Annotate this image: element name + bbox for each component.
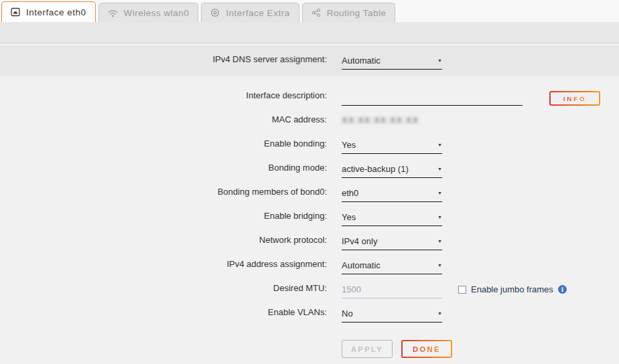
form-row-bridging: Enable bridging: Yes <box>0 202 619 226</box>
done-button[interactable]: DONE <box>401 340 452 358</box>
mtu-label: Desired MTU: <box>0 283 327 298</box>
mac-value-redacted: XX:XX:XX:XX:XX <box>342 115 419 130</box>
chevron-down-icon <box>437 191 442 195</box>
bridging-value: Yes <box>342 212 356 222</box>
vlans-label: Enable VLANs: <box>0 307 327 323</box>
chevron-down-icon <box>437 239 442 244</box>
chevron-down-icon <box>437 58 442 63</box>
description-label: Interface description: <box>0 90 327 106</box>
tab-label: Routing Table <box>327 8 387 18</box>
routing-icon <box>312 8 321 17</box>
form-row-bond-members: Bonding members of bond0: eth0 <box>0 178 619 202</box>
dns-assignment-value: Automatic <box>342 56 381 66</box>
chevron-down-icon <box>437 215 442 219</box>
bonding-value: Yes <box>342 140 356 150</box>
form-row-mtu: Desired MTU: Enable jumbo frames i <box>0 274 619 298</box>
form-row-description: Interface description: INFO <box>0 82 619 106</box>
tab-label: Interface eth0 <box>26 7 86 17</box>
bond-members-value: eth0 <box>342 188 358 198</box>
description-input[interactable] <box>342 92 523 106</box>
ipv4-assignment-label: IPv4 address assignment: <box>0 259 327 274</box>
bonding-mode-select[interactable]: active-backup (1) <box>342 164 442 178</box>
chevron-down-icon <box>437 167 442 171</box>
dns-assignment-band: IPv4 DNS server assignment: Automatic <box>0 46 619 76</box>
info-button[interactable]: INFO <box>549 91 600 106</box>
action-buttons: APPLY DONE <box>342 340 619 358</box>
chevron-down-icon <box>437 143 442 147</box>
mac-label: MAC address: <box>0 114 327 130</box>
done-button-label: DONE <box>413 345 441 353</box>
tab-interface-extra[interactable]: Interface Extra <box>201 3 299 22</box>
dns-assignment-select[interactable]: Automatic <box>342 56 442 70</box>
protocol-value: IPv4 only <box>342 236 377 246</box>
form-row-vlans: Enable VLANs: No <box>0 298 619 323</box>
bonding-label: Enable bonding: <box>0 139 327 154</box>
form-row-ipv4-assignment: IPv4 address assignment: Automatic <box>0 250 619 274</box>
form-row-protocol: Network protocol: IPv4 only <box>0 226 619 250</box>
bridging-label: Enable bridging: <box>0 211 327 226</box>
info-button-label: INFO <box>563 95 587 102</box>
tab-label: Interface Extra <box>226 8 289 18</box>
bond-members-select[interactable]: eth0 <box>342 188 442 202</box>
form-row-mac: MAC address: XX:XX:XX:XX:XX <box>0 106 619 130</box>
bonding-mode-value: active-backup (1) <box>342 164 409 174</box>
interface-settings-panel: Interface description: INFO MAC address:… <box>0 76 619 364</box>
tab-wireless-wlan0[interactable]: Wireless wlan0 <box>98 3 199 22</box>
bond-members-label: Bonding members of bond0: <box>0 187 327 202</box>
protocol-select[interactable]: IPv4 only <box>342 236 442 250</box>
jumbo-frames-label: Enable jumbo frames <box>471 284 553 294</box>
form-row-bonding: Enable bonding: Yes <box>0 130 619 154</box>
info-circle-icon[interactable]: i <box>558 285 567 294</box>
vlans-value: No <box>342 308 353 318</box>
bridging-select[interactable]: Yes <box>342 212 442 226</box>
ipv4-assignment-value: Automatic <box>342 260 381 270</box>
bonding-select[interactable]: Yes <box>342 140 442 154</box>
ethernet-icon <box>11 7 20 17</box>
tab-bar: Interface eth0 Wireless wlan0 Interface … <box>0 0 619 22</box>
bonding-mode-label: Bonding mode: <box>0 163 327 178</box>
tab-routing-table[interactable]: Routing Table <box>302 3 396 22</box>
toolbar-band <box>0 22 619 43</box>
protocol-label: Network protocol: <box>0 235 327 250</box>
jumbo-frames-group: Enable jumbo frames i <box>458 284 567 298</box>
chevron-down-icon <box>437 263 442 268</box>
tab-interface-eth0[interactable]: Interface eth0 <box>1 1 96 22</box>
chevron-down-icon <box>437 311 442 316</box>
apply-button[interactable]: APPLY <box>342 340 393 358</box>
jumbo-frames-checkbox[interactable] <box>458 286 466 294</box>
ipv4-assignment-select[interactable]: Automatic <box>342 260 442 274</box>
mtu-input[interactable] <box>342 284 442 298</box>
wifi-icon <box>108 9 118 17</box>
form-row-bonding-mode: Bonding mode: active-backup (1) <box>0 154 619 178</box>
dns-assignment-label: IPv4 DNS server assignment: <box>0 54 327 70</box>
tab-label: Wireless wlan0 <box>124 8 190 18</box>
vlans-select[interactable]: No <box>342 308 442 323</box>
target-icon <box>210 8 220 17</box>
